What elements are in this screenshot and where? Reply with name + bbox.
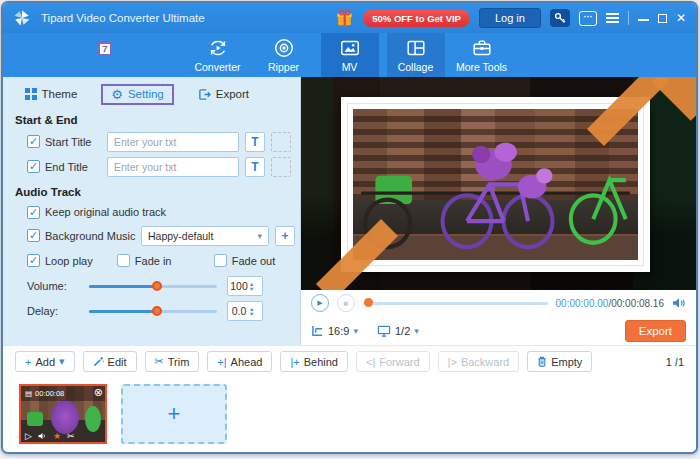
empty-button[interactable]: Empty <box>527 351 592 372</box>
add-music-button[interactable]: + <box>275 226 295 246</box>
clip-thumbnail[interactable]: ▤ 00:00:08 ⊗ ▷ ★ ✂ <box>19 384 107 444</box>
volume-icon[interactable] <box>672 297 686 309</box>
aspect-ratio-value: 16:9 <box>328 325 349 337</box>
scissors-icon: ✂ <box>155 355 164 368</box>
tab-export-label: Export <box>216 88 249 100</box>
start-title-font-button[interactable]: T <box>245 132 265 152</box>
fade-out-checkbox[interactable] <box>214 254 227 267</box>
tab-more-tools[interactable]: More Tools <box>453 33 511 77</box>
spin-down-icon[interactable]: ▾ <box>250 286 253 291</box>
app-window: Tipard Video Converter Ultimate 50% OFF … <box>1 1 698 454</box>
clip-trim-icon[interactable]: ✂ <box>67 431 75 441</box>
minimize-icon[interactable] <box>638 19 649 21</box>
seek-handle[interactable] <box>364 298 373 307</box>
toolbox-icon <box>470 37 494 59</box>
spin-down-icon[interactable]: ▾ <box>250 311 253 316</box>
keep-audio-label: Keep original audio track <box>45 206 166 218</box>
aspect-ratio-icon <box>311 325 324 337</box>
start-title-label: Start Title <box>45 136 107 148</box>
delay-label: Delay: <box>27 305 89 317</box>
end-title-checkbox[interactable]: ✓ <box>27 160 40 173</box>
tab-label: Ripper <box>268 61 299 73</box>
fade-in-checkbox[interactable] <box>117 254 130 267</box>
start-title-template-button[interactable] <box>271 132 291 152</box>
seek-bar[interactable] <box>363 302 548 305</box>
register-key-button[interactable] <box>550 9 570 27</box>
close-icon[interactable]: ✕ <box>676 12 686 24</box>
menu-icon[interactable] <box>606 11 619 25</box>
backward-button[interactable]: |> Backward <box>438 351 520 372</box>
tab-theme[interactable]: Theme <box>25 88 77 100</box>
keep-audio-checkbox[interactable]: ✓ <box>27 206 40 219</box>
tipard-logo-icon <box>13 9 31 27</box>
background-music-checkbox[interactable]: ✓ <box>27 229 40 242</box>
tab-collage[interactable]: Collage <box>387 33 445 77</box>
login-button[interactable]: Log in <box>479 8 541 28</box>
delay-slider[interactable] <box>89 304 217 318</box>
trash-icon <box>537 356 547 367</box>
vip-offer-badge[interactable]: 50% OFF to Get VIP <box>363 10 470 27</box>
chevron-down-icon: ▾ <box>257 231 262 241</box>
mv-icon <box>338 37 362 59</box>
add-button[interactable]: + Add ▾ <box>15 351 75 372</box>
ahead-button[interactable]: +| Ahead <box>207 351 272 372</box>
page-select[interactable]: 1/2 ▾ <box>377 325 419 337</box>
theme-grid-icon <box>25 88 37 100</box>
tab-ripper[interactable]: Ripper <box>255 33 313 77</box>
gift-icon[interactable] <box>335 9 354 27</box>
loop-play-checkbox[interactable]: ✓ <box>27 254 40 267</box>
volume-spinbox[interactable]: 100 ▴ ▾ <box>227 276 263 296</box>
end-title-template-button[interactable] <box>271 157 291 177</box>
ripper-icon <box>272 37 296 59</box>
section-audio-track: Audio Track <box>15 186 300 198</box>
edit-button[interactable]: Edit <box>83 351 137 372</box>
preview-clip-icon[interactable]: ▷ <box>25 431 32 441</box>
trim-button[interactable]: ✂ Trim <box>145 351 200 372</box>
maximize-icon[interactable] <box>658 14 667 23</box>
titlebar-divider <box>628 11 629 25</box>
start-title-checkbox[interactable]: ✓ <box>27 135 40 148</box>
tab-mv[interactable]: MV <box>321 33 379 77</box>
end-title-font-button[interactable]: T <box>245 157 265 177</box>
remove-clip-icon[interactable]: ⊗ <box>94 386 103 399</box>
tab-converter[interactable]: Converter <box>189 33 247 77</box>
volume-value: 100 <box>228 280 250 292</box>
background-music-select[interactable]: Happy-default ▾ <box>141 226 269 246</box>
insert-ahead-icon: +| <box>217 356 226 368</box>
clip-audio-icon[interactable] <box>38 432 47 440</box>
aspect-ratio-select[interactable]: 16:9 ▾ <box>311 325 358 337</box>
behind-button[interactable]: |+ Behind <box>280 351 348 372</box>
stop-button[interactable]: ■ <box>337 294 355 312</box>
play-button[interactable]: ▶ <box>311 294 329 312</box>
volume-slider-thumb[interactable] <box>152 281 162 291</box>
step-badge: 7 <box>98 42 112 56</box>
loop-play-label: Loop play <box>45 255 93 267</box>
time-total: /00:00:08.16 <box>608 298 664 309</box>
tab-export[interactable]: Export <box>198 88 249 101</box>
tab-label: More Tools <box>456 61 507 73</box>
page-value: 1/2 <box>395 325 410 337</box>
insert-behind-icon: |+ <box>290 356 299 368</box>
start-title-input[interactable] <box>107 132 239 152</box>
gear-icon: ⚙ <box>111 88 123 101</box>
volume-slider[interactable] <box>89 279 217 293</box>
time-current: 00:00:00.00 <box>556 298 609 309</box>
video-preview[interactable] <box>301 77 696 290</box>
delay-slider-thumb[interactable] <box>152 306 162 316</box>
effect-star-icon[interactable]: ★ <box>53 431 61 441</box>
end-title-label: End Title <box>45 161 107 173</box>
section-start-end: Start & End <box>15 114 300 126</box>
tab-label: Collage <box>398 61 434 73</box>
tab-setting[interactable]: ⚙ Setting <box>101 84 173 105</box>
clip-duration: 00:00:08 <box>35 389 64 398</box>
fade-out-label: Fade out <box>232 255 275 267</box>
export-button[interactable]: Export <box>625 320 686 342</box>
delay-spinbox[interactable]: 0.0 ▴ ▾ <box>227 301 263 321</box>
move-backward-icon: |> <box>448 356 457 368</box>
end-title-input[interactable] <box>107 157 239 177</box>
feedback-icon[interactable]: ··· <box>579 11 597 26</box>
forward-button[interactable]: <| Forward <box>356 351 430 372</box>
add-clip-dropzone[interactable]: + <box>121 384 227 444</box>
tab-label: MV <box>342 61 358 73</box>
chevron-down-icon: ▾ <box>59 355 65 368</box>
